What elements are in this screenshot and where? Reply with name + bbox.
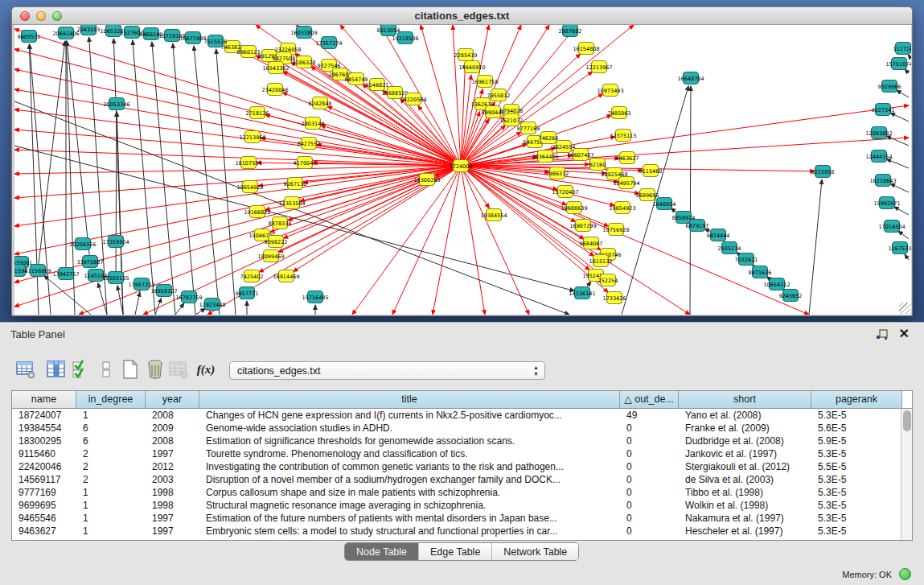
graph-node[interactable]: 7955812	[487, 89, 511, 101]
table-cell[interactable]: Yano et al. (2008)	[679, 409, 811, 422]
table-cell[interactable]: Hescheler et al. (1997)	[679, 525, 811, 538]
table-cell[interactable]: 0	[620, 422, 679, 435]
table-scrollbar-thumb[interactable]	[903, 410, 911, 431]
new-column-button[interactable]	[119, 358, 142, 381]
table-cell[interactable]: Stergiakouli et al. (2012)	[679, 460, 811, 473]
graph-node[interactable]: 111724	[893, 43, 911, 55]
table-cell[interactable]: Embryonic stem cells: a model to study s…	[199, 525, 620, 538]
table-cell[interactable]: 18724007	[12, 409, 76, 422]
graph-node[interactable]: 10973493	[597, 84, 623, 97]
table-cell[interactable]: 5.3E-5	[811, 499, 902, 512]
table-cell[interactable]: Corpus callosum shape and size in male p…	[199, 486, 620, 499]
graph-node[interactable]: 16033809	[290, 27, 317, 39]
table-cell[interactable]: 2008	[146, 409, 199, 422]
graph-node[interactable]: 7032621	[735, 253, 758, 266]
graph-node[interactable]: 9463627	[616, 152, 639, 164]
graph-node[interactable]: 2043193	[77, 25, 101, 35]
graph-node[interactable]: 8471626	[749, 266, 772, 278]
graph-node[interactable]: 8215958	[811, 166, 835, 178]
graph-node[interactable]: 12213967	[585, 61, 612, 73]
table-cell[interactable]: 1998	[146, 499, 199, 512]
table-cell[interactable]: Jankovic et al. (1997)	[679, 447, 811, 460]
delete-column-button[interactable]	[144, 358, 166, 381]
graph-node[interactable]: 8242848	[309, 97, 332, 109]
graph-node[interactable]: 2935114	[718, 242, 741, 254]
graph-node[interactable]: 19166822	[244, 206, 270, 218]
table-cell[interactable]: 14569117	[12, 473, 76, 486]
graph-node[interactable]: 11353594	[278, 197, 305, 209]
graph-node[interactable]: 33975887	[76, 256, 103, 268]
graph-node[interactable]: 9245652	[779, 290, 803, 302]
table-cell[interactable]: 2	[76, 473, 146, 486]
table-cell[interactable]: 9115460	[12, 447, 76, 460]
table-cell[interactable]: Dudbridge et al. (2008)	[679, 435, 811, 447]
table-mode-button[interactable]	[14, 358, 37, 381]
graph-node[interactable]: 17016504	[878, 220, 905, 233]
table-row[interactable]: 1872400712008Changes of HCN gene express…	[12, 409, 912, 422]
column-header-title[interactable]: title	[199, 391, 620, 408]
graph-node[interactable]: 2718126	[246, 107, 269, 119]
network-canvas[interactable]: 1724009746382289601238912954232260589827…	[14, 25, 911, 315]
graph-node[interactable]: 1733426	[603, 292, 626, 304]
tab-node-table[interactable]: Node Table	[345, 543, 418, 560]
function-builder-button[interactable]: f(x)	[195, 358, 217, 381]
graph-node[interactable]: 9405572	[18, 31, 41, 43]
graph-node[interactable]: 14136141	[569, 287, 595, 299]
resize-grip-icon[interactable]	[899, 303, 910, 314]
table-row[interactable]: 1938455462009Genome-wide association stu…	[12, 422, 912, 435]
table-cell[interactable]: 22420046	[12, 460, 76, 473]
graph-node[interactable]: 15716485	[302, 291, 328, 303]
graph-node[interactable]: 746266	[539, 132, 559, 144]
graph-node[interactable]: 20691406	[52, 27, 79, 39]
table-row[interactable]: 977716911998Corpus callosum shape and si…	[12, 486, 912, 499]
minimize-window-icon[interactable]	[36, 11, 46, 21]
table-cell[interactable]: 6	[76, 435, 146, 447]
graph-node[interactable]: 20206556	[69, 238, 96, 250]
table-cell[interactable]: 2009	[146, 422, 199, 435]
column-header-short[interactable]: short	[679, 391, 811, 408]
graph-node[interactable]: 15720407	[552, 186, 578, 198]
graph-node[interactable]: 19384554	[480, 209, 507, 221]
table-cell[interactable]: 5.3E-5	[811, 473, 902, 486]
table-cell[interactable]: Changes of HCN gene expression and I(f) …	[199, 409, 620, 422]
zoom-window-icon[interactable]	[52, 11, 62, 21]
graph-node[interactable]: 7485063	[608, 107, 631, 119]
table-cell[interactable]: 5.3E-5	[811, 447, 902, 460]
column-header-pagerank[interactable]: pagerank	[811, 391, 902, 408]
show-columns-button[interactable]	[45, 358, 68, 381]
graph-node[interactable]: 2887682	[559, 25, 582, 37]
table-cell[interactable]: 0	[620, 486, 679, 499]
table-cell[interactable]: 1997	[146, 525, 199, 538]
table-cell[interactable]: 0	[620, 435, 679, 447]
close-window-icon[interactable]	[20, 11, 30, 21]
table-cell[interactable]: Estimation of significance thresholds fo…	[199, 435, 620, 447]
graph-node[interactable]: 8878334	[269, 217, 292, 229]
column-header-out_de[interactable]: △ out_de...	[620, 391, 679, 408]
table-scrollbar[interactable]	[901, 409, 912, 540]
table-cell[interactable]: 0	[620, 512, 679, 525]
window-titlebar[interactable]: citations_edges.txt	[12, 7, 912, 25]
table-cell[interactable]: 2008	[146, 435, 199, 447]
table-cell[interactable]: 6	[76, 422, 146, 435]
graph-node[interactable]: 16961758	[471, 76, 498, 88]
table-cell[interactable]: 0	[620, 447, 679, 460]
graph-node[interactable]: 12375115	[610, 130, 636, 142]
graph-node[interactable]: 15992971	[873, 197, 900, 209]
graph-node[interactable]: 9267130	[284, 178, 307, 190]
table-cell[interactable]: 2	[76, 447, 146, 460]
graph-node[interactable]: 19654923	[609, 202, 635, 214]
column-header-name[interactable]: name	[12, 391, 76, 408]
graph-node[interactable]: 2803144	[302, 117, 325, 130]
table-cell[interactable]: 0	[620, 473, 679, 486]
table-cell[interactable]: 18300295	[12, 435, 76, 447]
table-row[interactable]: 946554611997Estimation of the future num…	[12, 512, 912, 525]
table-cell[interactable]: 49	[620, 409, 679, 422]
delete-table-button[interactable]	[167, 358, 190, 381]
graph-node[interactable]: 10654112	[763, 278, 790, 290]
table-cell[interactable]: 9465546	[12, 512, 76, 525]
select-all-rows-button[interactable]	[69, 358, 92, 381]
graph-node[interactable]: 8186328	[293, 56, 316, 68]
graph-node[interactable]: 16914469	[273, 270, 299, 282]
column-header-in_degree[interactable]: in_degree	[76, 391, 146, 408]
graph-node[interactable]: 2285419	[454, 49, 478, 61]
